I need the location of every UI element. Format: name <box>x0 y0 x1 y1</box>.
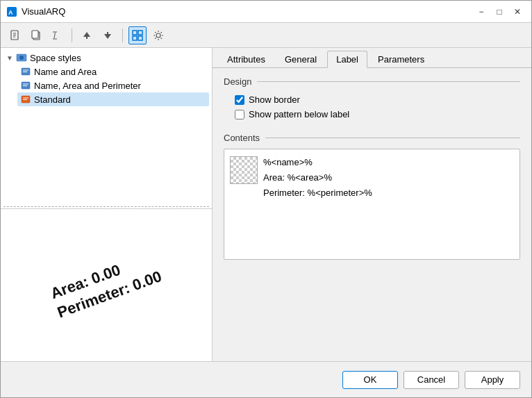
new-button[interactable] <box>6 26 24 44</box>
item-icon-2 <box>20 80 31 91</box>
toolbar: I <box>1 23 531 48</box>
maximize-button[interactable]: □ <box>491 3 508 20</box>
svg-rect-14 <box>107 32 108 34</box>
contents-line1: %<name>% <box>263 155 372 170</box>
svg-rect-12 <box>86 37 88 39</box>
tab-attributes[interactable]: Attributes <box>218 51 274 67</box>
show-border-row: Show border <box>224 92 520 107</box>
svg-point-20 <box>19 56 24 60</box>
window-title: VisualARQ <box>22 6 473 17</box>
down-button[interactable] <box>99 26 117 44</box>
separator-2 <box>122 28 123 42</box>
svg-rect-18 <box>138 36 142 40</box>
layout-button[interactable] <box>128 26 147 44</box>
content-area: ▼ Space styles <box>1 48 531 361</box>
svg-rect-17 <box>133 36 137 40</box>
tree-root[interactable]: ▼ Space styles <box>3 51 209 65</box>
preview-area: Area: 0.00 Perimeter: 0.00 <box>1 208 212 361</box>
svg-marker-13 <box>104 34 111 39</box>
root-icon <box>16 52 27 63</box>
apply-button[interactable]: Apply <box>465 371 520 389</box>
window-controls: − □ ✕ <box>473 3 526 20</box>
tree-item-label-3: Standard <box>34 94 71 105</box>
pattern-thumbnail <box>230 156 258 184</box>
show-pattern-row: Show pattern below label <box>224 107 520 122</box>
contents-box: %<name>% Area: %<area>% Perimeter: %<per… <box>224 149 520 260</box>
right-panel: Attributes General Label Parameters Desi… <box>213 48 531 361</box>
tabs-bar: Attributes General Label Parameters <box>213 48 531 68</box>
tab-label[interactable]: Label <box>327 51 367 68</box>
svg-marker-11 <box>83 32 90 37</box>
cancel-button[interactable]: Cancel <box>404 371 459 389</box>
left-panel: ▼ Space styles <box>1 48 213 361</box>
rename-button[interactable]: I <box>48 26 66 44</box>
rename-icon: I <box>51 30 63 41</box>
tree-root-label: Space styles <box>30 53 81 63</box>
footer: OK Cancel Apply <box>1 361 531 397</box>
contents-line2: Area: %<area>% <box>263 170 372 185</box>
tree-area: ▼ Space styles <box>1 48 212 205</box>
contents-section: Contents %<name>% Area: %<area>% Perimet… <box>224 133 520 260</box>
tree-item-label-1: Name and Area <box>34 67 97 77</box>
show-pattern-label[interactable]: Show pattern below label <box>249 109 349 119</box>
tree-item-name-area-perimeter[interactable]: Name, Area and Perimeter <box>17 78 209 92</box>
settings-button[interactable] <box>149 26 167 44</box>
tab-general[interactable]: General <box>276 51 326 67</box>
copy-button[interactable] <box>27 26 45 44</box>
tab-label-content: Design Show border Show pattern below la… <box>213 68 531 361</box>
separator-1 <box>72 28 72 42</box>
tree-item-standard[interactable]: Standard <box>17 92 209 106</box>
preview-text: Area: 0.00 Perimeter: 0.00 <box>48 248 165 323</box>
item-icon-1 <box>20 66 31 77</box>
app-icon: A <box>6 6 17 17</box>
layout-icon <box>132 30 143 41</box>
new-icon <box>10 30 21 41</box>
tree-children: Name and Area Name, Area and Perimeter <box>17 65 209 106</box>
down-icon <box>102 30 113 41</box>
show-border-label[interactable]: Show border <box>249 94 300 105</box>
svg-rect-16 <box>138 31 142 35</box>
tree-item-label-2: Name, Area and Perimeter <box>34 81 141 91</box>
expand-icon: ▼ <box>6 54 13 62</box>
svg-text:I: I <box>53 31 56 40</box>
contents-line3: Perimeter: %<perimeter>% <box>263 185 372 201</box>
panel-divider <box>3 206 209 207</box>
settings-icon <box>153 30 164 41</box>
up-icon <box>81 30 92 41</box>
item-icon-3 <box>20 94 31 105</box>
tree-item-name-area[interactable]: Name and Area <box>17 65 209 78</box>
show-pattern-checkbox[interactable] <box>235 110 244 119</box>
close-button[interactable]: ✕ <box>509 3 526 20</box>
copy-icon <box>31 30 42 41</box>
design-section: Design Show border Show pattern below la… <box>224 76 520 122</box>
show-border-checkbox[interactable] <box>235 95 244 105</box>
svg-rect-7 <box>32 31 38 38</box>
ok-button[interactable]: OK <box>342 371 398 389</box>
minimize-button[interactable]: − <box>473 3 490 20</box>
contents-section-label: Contents <box>224 133 520 143</box>
tab-parameters[interactable]: Parameters <box>369 51 433 67</box>
design-section-label: Design <box>224 76 520 87</box>
up-button[interactable] <box>78 26 96 44</box>
svg-text:A: A <box>8 9 13 16</box>
contents-text-block: %<name>% Area: %<area>% Perimeter: %<per… <box>263 155 372 254</box>
title-bar: A VisualARQ − □ ✕ <box>1 1 531 23</box>
svg-rect-15 <box>133 31 137 35</box>
main-window: A VisualARQ − □ ✕ I <box>0 0 532 398</box>
